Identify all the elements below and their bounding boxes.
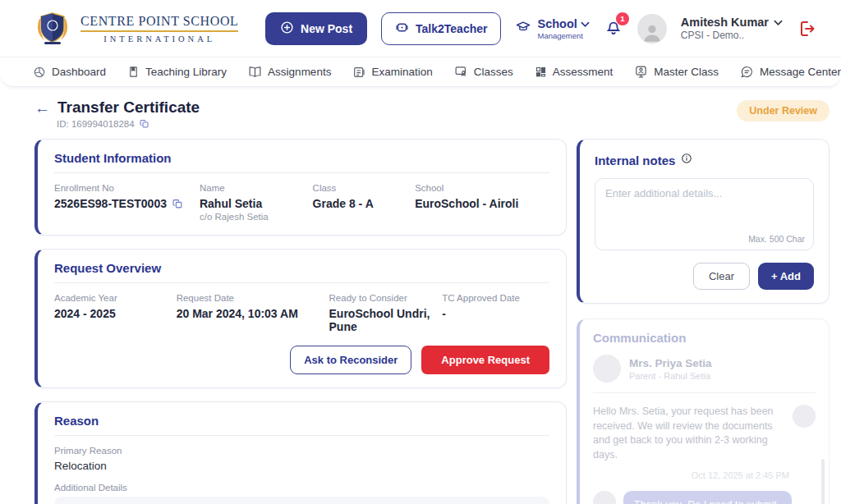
right-column: Internal notes Max. 500 Char Clear + Add — [577, 139, 830, 504]
nav-label: Examination — [371, 66, 432, 78]
school-avatar — [793, 405, 816, 428]
nav-label: Assignments — [268, 66, 331, 78]
nav-item-assessment[interactable]: Assessment — [535, 66, 614, 78]
chevron-down-icon — [581, 17, 590, 30]
page-title: Transfer Certificate — [57, 99, 200, 117]
nav-label: Assessment — [553, 66, 614, 78]
page-header: ← Transfer Certificate ID: 169994018284 … — [34, 99, 830, 129]
internal-note-input[interactable] — [595, 179, 813, 233]
card-title: Student Information — [54, 151, 549, 173]
student-information-card: Student Information Enrollment No 2526ES… — [34, 139, 567, 236]
person-icon — [641, 21, 664, 44]
communication-contact: Mrs. Priya Setia Parent - Rahul Setia — [593, 355, 816, 393]
school-name: CENTRE POINT SCHOOL INTERNATIONAL — [80, 14, 238, 44]
message-from-school: Hello Mrs. Setia, your request has been … — [593, 405, 816, 462]
approve-request-button[interactable]: Approve Request — [421, 346, 549, 374]
main-navigation: Dashboard Teaching Library Assignments E… — [0, 57, 841, 87]
nav-label: Message Center — [760, 66, 841, 78]
top-header: CENTRE POINT SCHOOL INTERNATIONAL New Po… — [0, 0, 841, 57]
contact-name: Mrs. Priya Setia — [629, 357, 712, 369]
ask-to-reconsider-button[interactable]: Ask to Reconsider — [290, 346, 411, 374]
field-school: School EuroSchool - Airoli — [415, 183, 549, 222]
user-org-label: CPSI - Demo.. — [681, 30, 783, 41]
nav-item-examination[interactable]: Examination — [352, 66, 432, 79]
nav-item-teaching-library[interactable]: Teaching Library — [127, 66, 227, 78]
logout-icon — [797, 19, 816, 39]
clear-note-button[interactable]: Clear — [693, 263, 750, 290]
school-name-line1: CENTRE POINT SCHOOL — [80, 14, 238, 32]
field-enrollment-no: Enrollment No 2526ES98-TEST0003 — [54, 183, 200, 222]
circle-plus-icon — [280, 21, 294, 37]
additional-details-value: My work transferred to Mumbai office eff… — [54, 497, 549, 504]
school-name-line2: INTERNATIONAL — [80, 34, 238, 44]
internal-notes-card: Internal notes Max. 500 Char Clear + Add — [577, 139, 830, 304]
contact-role: Parent - Rahul Setia — [629, 371, 712, 381]
classroom-monitor-icon — [454, 65, 468, 79]
reason-card: Reason Primary Reason Relocation Additio… — [34, 401, 567, 504]
field-class: Class Grade 8 - A — [313, 183, 416, 222]
copy-enrollment-icon[interactable] — [172, 199, 183, 209]
school-logo-brand: CENTRE POINT SCHOOL INTERNATIONAL — [34, 9, 238, 48]
chat-bubble-icon — [740, 65, 754, 79]
new-post-button[interactable]: New Post — [265, 12, 367, 45]
field-tc-approved-date: TC Approved Date - — [442, 293, 549, 333]
status-badge: Under Review — [737, 100, 830, 121]
nav-label: Teaching Library — [145, 66, 227, 78]
bookmark-icon — [127, 66, 140, 78]
notification-count-badge: 1 — [616, 12, 629, 25]
info-icon[interactable] — [681, 153, 692, 167]
chat-camera-icon — [395, 21, 409, 37]
school-menu-sub-label: Management — [537, 31, 589, 40]
school-menu-label: School — [537, 17, 577, 30]
nav-item-dashboard[interactable]: Dashboard — [33, 66, 106, 79]
max-char-hint: Max. 500 Char — [748, 234, 805, 244]
user-avatar[interactable] — [637, 14, 667, 44]
user-name-label: Amitesh Kumar — [681, 16, 769, 29]
nav-label: Dashboard — [52, 66, 106, 78]
add-note-button[interactable]: + Add — [758, 263, 814, 290]
nav-item-message-center[interactable]: Message Center — [740, 65, 841, 79]
school-management-menu[interactable]: School Management — [515, 17, 589, 40]
nav-item-assignments[interactable]: Assignments — [248, 65, 331, 79]
exam-list-icon — [352, 66, 365, 79]
primary-reason-label: Primary Reason — [54, 446, 549, 456]
copy-id-icon[interactable] — [140, 119, 149, 129]
new-post-label: New Post — [301, 22, 352, 35]
message-from-parent: Thank you. Do I need to submit any addit… — [593, 491, 816, 504]
parent-avatar-small — [593, 491, 616, 504]
card-title: Reason — [54, 414, 549, 436]
nav-label: Classes — [474, 66, 513, 78]
field-name: Name Rahul Setia c/o Rajesh Setia — [200, 183, 313, 222]
field-academic-year: Academic Year 2024 - 2025 — [54, 293, 177, 333]
chat-scrollbar[interactable] — [821, 459, 825, 504]
grid-icon — [535, 66, 547, 78]
graduation-cap-icon — [515, 19, 531, 39]
user-menu[interactable]: Amitesh Kumar CPSI - Demo.. — [681, 16, 783, 41]
nav-item-classes[interactable]: Classes — [454, 65, 513, 79]
message-timestamp: Oct 12, 2025 at 2:45 PM — [593, 470, 789, 480]
talk2teacher-button[interactable]: Talk2Teacher — [381, 12, 501, 45]
title-block: ← Transfer Certificate ID: 169994018284 — [34, 99, 200, 129]
nav-item-master-class[interactable]: Master Class — [634, 65, 719, 79]
chevron-down-icon — [774, 16, 783, 29]
notification-bell[interactable]: 1 — [604, 17, 623, 40]
page-content: ← Transfer Certificate ID: 169994018284 … — [0, 87, 841, 504]
additional-details-label: Additional Details — [54, 483, 549, 493]
request-overview-card: Request Overview Academic Year 2024 - 20… — [34, 249, 567, 388]
field-ready-to-consider: Ready to Consider EuroSchool Undri, Pune — [329, 293, 443, 333]
card-title: Request Overview — [54, 261, 549, 283]
header-actions: New Post Talk2Teacher — [265, 12, 816, 45]
communication-title: Communication — [593, 331, 816, 345]
back-button[interactable]: ← — [34, 100, 50, 116]
field-request-date: Request Date 20 Mar 2024, 10:03 AM — [177, 293, 329, 333]
communication-card: Communication Mrs. Priya Setia Parent - … — [577, 318, 830, 504]
app-window: CENTRE POINT SCHOOL INTERNATIONAL New Po… — [0, 0, 841, 504]
school-crest-icon — [34, 9, 71, 48]
open-book-icon — [248, 65, 262, 79]
talk2teacher-label: Talk2Teacher — [416, 22, 487, 35]
dashboard-icon — [33, 66, 46, 79]
logout-button[interactable] — [797, 19, 816, 39]
parent-avatar — [593, 355, 621, 383]
school-menu-text: School Management — [537, 17, 589, 40]
left-column: Student Information Enrollment No 2526ES… — [34, 139, 567, 504]
